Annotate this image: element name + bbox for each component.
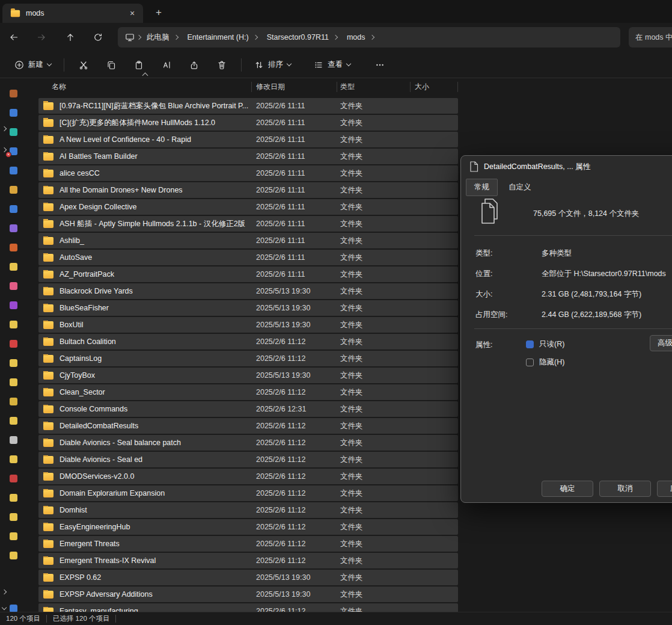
file-row[interactable]: All the Domain Drones+ New Drones 2025/2… [38,182,458,198]
explorer-tab[interactable]: mods × [2,4,143,23]
expand-chevron-icon[interactable] [2,590,7,594]
file-row[interactable]: alice cesCC 2025/2/6 11:11 文件夹 [38,165,458,181]
paste-button[interactable] [125,56,153,74]
file-row[interactable]: Bultach Coalition 2025/2/6 11:12 文件夹 [38,334,458,349]
new-button[interactable]: 新建 [7,55,58,74]
sidebar-item-icon[interactable]: × [10,109,17,117]
file-row[interactable]: DMODServices-v2.0.0 2025/2/6 11:12 文件夹 [38,469,458,484]
tab-close-icon[interactable]: × [126,7,138,19]
sidebar-item-icon[interactable]: × [10,378,17,386]
file-name-cell: CaptainsLog [38,354,251,363]
sidebar-item-icon[interactable]: × [10,301,17,309]
sidebar-item-icon[interactable]: × [10,224,17,232]
up-button[interactable] [60,27,81,48]
file-row[interactable]: AI Battles Team Builder 2025/2/6 11:11 文… [38,149,458,164]
view-button[interactable]: 查看 [307,55,358,74]
sidebar-item-icon[interactable]: × [10,263,17,271]
sidebar-item-icon[interactable]: × [10,147,17,155]
file-row[interactable]: Diable Avionics - Seal balance patch 202… [38,435,458,451]
file-row[interactable]: Domhist 2025/2/6 11:12 文件夹 [38,502,458,518]
file-row[interactable]: Console Commands 2025/2/6 12:31 文件夹 [38,401,458,417]
file-row[interactable]: Blackrock Drive Yards 2025/5/13 19:30 文件… [38,283,458,299]
file-row[interactable]: EXPSP Adversary Additions 2025/5/13 19:3… [38,587,458,602]
sidebar-item-icon[interactable]: × [10,90,17,97]
ok-button[interactable]: 确定 [542,481,593,497]
expand-chevron-icon[interactable] [2,126,7,131]
sidebar-item-icon[interactable]: × [10,417,17,425]
advanced-button[interactable]: 高级(D)... [650,335,672,351]
sidebar-item-icon[interactable]: × [10,340,17,348]
new-tab-button[interactable]: + [151,5,166,20]
file-row[interactable]: Diable Avionics - Seal ed 2025/2/6 11:12… [38,452,458,467]
sidebar-item-icon[interactable]: × [10,494,17,502]
tab-general[interactable]: 常规 [466,179,498,196]
collapse-chevron-icon[interactable] [2,605,7,610]
sidebar-item-icon[interactable]: × [10,205,17,213]
file-row[interactable]: Emergent Threats 2025/2/6 11:12 文件夹 [38,536,458,552]
breadcrumb-item[interactable]: mods [343,31,377,44]
column-header-size[interactable]: 大小 [410,82,458,92]
sidebar-item-icon[interactable]: × [10,532,17,540]
sidebar-item-icon[interactable]: × [10,128,17,136]
breadcrumb-item[interactable]: Entertainment (H:) [184,31,261,44]
sidebar-item-icon[interactable]: × [10,321,17,328]
search-box[interactable]: 在 mods 中搜索 [629,27,672,48]
delete-button[interactable] [208,56,236,74]
file-row[interactable]: ASH 船插 - Aptly Simple Hullmods 2.1.1b - … [38,216,458,232]
sort-button[interactable]: 排序 [247,55,298,74]
file-row[interactable]: BoxUtil 2025/5/13 19:30 文件夹 [38,317,458,333]
sidebar-item-icon[interactable]: × [10,186,17,194]
file-row[interactable]: Clean_Sector 2025/2/6 11:12 文件夹 [38,384,458,400]
file-row[interactable]: DetailedCombatResults 2025/2/6 11:12 文件夹 [38,418,458,434]
file-row[interactable]: [0.97a-RC11][N]蔚蓝档案头像包 Blue Archive Port… [38,98,458,114]
file-row[interactable]: EXPSP 0.62 2025/5/13 19:30 文件夹 [38,570,458,585]
sidebar-item-icon[interactable]: × [10,475,17,482]
dialog-titlebar[interactable]: DetailedCombatResults, ... 属性 [469,161,590,172]
sidebar-item-icon[interactable]: × [10,244,17,251]
column-header-date[interactable]: 修改日期 [251,82,337,92]
file-row[interactable]: [C](扩充)更多的船体插件More HullMods 1.12.0 2025/… [38,115,458,131]
column-divider[interactable] [410,82,411,92]
column-header-name[interactable]: 名称 [38,82,251,92]
file-row[interactable]: EasyEngineeringHub 2025/2/6 11:12 文件夹 [38,519,458,535]
refresh-button[interactable] [88,27,108,48]
file-row[interactable]: Apex Design Collective 2025/2/6 11:11 文件… [38,199,458,215]
column-divider[interactable] [337,82,337,92]
file-row[interactable]: CaptainsLog 2025/2/6 11:12 文件夹 [38,351,458,366]
column-divider[interactable] [457,82,458,92]
forward-button[interactable] [31,27,52,48]
rename-button[interactable] [153,56,180,74]
file-row[interactable]: Emergent Threats-IX Revival 2025/2/6 11:… [38,553,458,568]
column-header-type[interactable]: 类型 [337,82,410,92]
file-row[interactable]: CjyToyBox 2025/5/13 19:30 文件夹 [38,368,458,383]
file-row[interactable]: Domain Explorarium Expansion 2025/2/6 11… [38,485,458,501]
copy-button[interactable] [97,56,125,74]
sidebar-item-icon[interactable]: × [10,282,17,290]
file-row[interactable]: Ashlib_ 2025/2/6 11:11 文件夹 [38,233,458,248]
sidebar-item-icon[interactable]: × [10,513,17,521]
tab-custom[interactable]: 自定义 [500,179,540,196]
apply-button[interactable]: 应用(A) [657,481,672,497]
breadcrumb-item[interactable]: 此电脑 [143,30,182,45]
breadcrumb-item[interactable]: Starsector0.97R11 [263,31,341,44]
sidebar-item-icon[interactable]: × [10,455,17,463]
expand-chevron-icon[interactable] [2,147,7,152]
file-row[interactable]: AZ_PortraitPack 2025/2/6 11:11 文件夹 [38,266,458,282]
sidebar-item-icon[interactable]: × [10,359,17,367]
more-options-button[interactable] [366,56,394,74]
sidebar-item-icon[interactable]: × [10,398,17,405]
sidebar-item-icon[interactable]: × [10,167,17,174]
column-divider[interactable] [251,82,252,92]
cancel-button[interactable]: 取消 [599,481,651,497]
hidden-checkbox[interactable] [526,359,534,366]
file-row[interactable]: AutoSave 2025/2/6 11:11 文件夹 [38,250,458,265]
back-button[interactable] [4,27,24,48]
file-row[interactable]: BlueSeaFisher 2025/5/13 19:30 文件夹 [38,300,458,316]
share-button[interactable] [180,56,208,74]
cut-button[interactable] [70,56,97,74]
sidebar-item-icon[interactable]: × [10,436,17,444]
file-row[interactable]: A New Level of Confidence - 40 - Rapid 2… [38,132,458,147]
file-date: 2025/2/6 11:11 [251,135,337,144]
sidebar-item-icon[interactable]: × [10,552,17,559]
readonly-checkbox[interactable] [526,340,534,348]
